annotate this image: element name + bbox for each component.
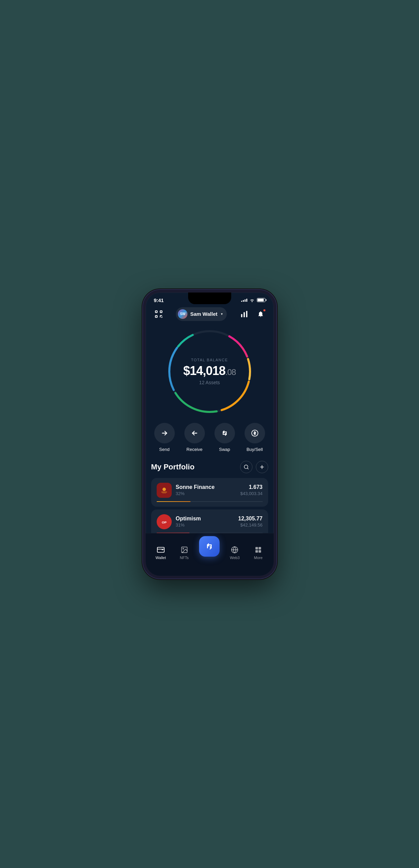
nav-more[interactable]: More (250, 545, 267, 560)
balance-circle: TOTAL BALANCE $14,018.08 12 Assets (165, 327, 254, 416)
receive-button[interactable]: Receive (184, 423, 205, 452)
svg-rect-27 (161, 492, 167, 492)
asset-card-sonne[interactable]: Sonne Finance 32% 1.673 $43,003.34 (151, 478, 268, 507)
signal-bars-icon (241, 299, 247, 302)
chart-button[interactable] (238, 308, 250, 320)
phone-frame: 9:41 (143, 290, 276, 579)
app-header: SW Sam Wallet ▾ (146, 305, 274, 324)
portfolio-actions (240, 461, 268, 473)
sonne-info: Sonne Finance 32% (176, 484, 236, 496)
web3-nav-label: Web3 (230, 556, 240, 560)
send-button[interactable]: Send (154, 423, 175, 452)
chevron-down-icon: ▾ (221, 312, 223, 316)
optimism-name: Optimism (176, 516, 234, 522)
optimism-info: Optimism 31% (176, 516, 234, 528)
nav-center[interactable] (199, 536, 220, 563)
receive-label: Receive (186, 447, 202, 452)
notification-button[interactable] (254, 308, 267, 320)
wallet-selector[interactable]: SW Sam Wallet ▾ (176, 307, 226, 321)
optimism-amount: 12,305.77 (238, 516, 262, 522)
balance-info: TOTAL BALANCE $14,018.08 12 Assets (179, 358, 240, 385)
optimism-percent: 31% (176, 522, 234, 528)
more-nav-label: More (254, 556, 263, 560)
nfts-icon (180, 545, 189, 554)
send-label: Send (159, 447, 169, 452)
nfts-nav-label: NFTs (180, 556, 189, 560)
svg-rect-40 (259, 550, 261, 552)
notch (188, 293, 231, 304)
svg-rect-37 (256, 547, 258, 549)
portfolio-title: My Portfolio (151, 463, 195, 471)
svg-rect-8 (244, 312, 245, 317)
header-right (238, 308, 267, 320)
balance-cents: .08 (225, 367, 236, 377)
optimism-icon: OP (157, 514, 172, 529)
svg-rect-31 (157, 547, 164, 552)
action-buttons: Send Receive Swap (146, 416, 274, 455)
portfolio-section: My Portfolio (146, 455, 274, 533)
svg-rect-9 (246, 311, 247, 317)
svg-rect-2 (155, 315, 157, 317)
portfolio-header: My Portfolio (151, 461, 268, 473)
sonne-values: 1.673 $43,003.34 (240, 484, 262, 496)
svg-line-22 (247, 468, 248, 469)
balance-label: TOTAL BALANCE (179, 358, 240, 362)
nav-nfts[interactable]: NFTs (176, 545, 193, 560)
sonne-icon (157, 483, 172, 498)
status-time: 9:41 (154, 297, 164, 303)
svg-point-26 (162, 488, 166, 491)
svg-rect-0 (155, 311, 157, 312)
wallet-icon (156, 545, 165, 554)
center-action-button[interactable] (199, 536, 220, 557)
scan-button[interactable] (153, 308, 165, 320)
wallet-name: Sam Wallet (190, 311, 217, 317)
svg-rect-39 (256, 550, 258, 552)
svg-rect-38 (259, 547, 261, 549)
sonne-percent: 32% (176, 491, 236, 496)
swap-label: Swap (219, 447, 230, 452)
status-icons (241, 298, 265, 302)
balance-section: TOTAL BALANCE $14,018.08 12 Assets (146, 324, 274, 416)
optimism-values: 12,305.77 $42,149.56 (238, 516, 262, 528)
nav-web3[interactable]: Web3 (226, 545, 243, 560)
svg-rect-7 (241, 314, 242, 317)
wifi-icon (249, 298, 255, 302)
nav-wallet[interactable]: Wallet (152, 545, 169, 560)
sonne-usd: $43,003.34 (240, 491, 262, 496)
balance-amount: $14,018.08 (179, 365, 240, 377)
buysell-button[interactable]: Buy/Sell (245, 423, 265, 452)
portfolio-add-button[interactable] (256, 461, 268, 473)
wallet-avatar: SW (178, 309, 187, 319)
asset-card-optimism[interactable]: OP Optimism 31% 12,305.77 $42,149.56 (151, 509, 268, 533)
sonne-amount: 1.673 (240, 484, 262, 490)
svg-text:OP: OP (161, 520, 167, 524)
sonne-progress-fill (157, 501, 191, 502)
notification-badge (263, 309, 266, 312)
sonne-progress-bar (157, 501, 263, 502)
portfolio-search-button[interactable] (240, 461, 252, 473)
sonne-name: Sonne Finance (176, 484, 236, 490)
svg-rect-28 (162, 493, 166, 493)
battery-icon (257, 298, 265, 302)
balance-assets: 12 Assets (179, 380, 240, 385)
wallet-nav-label: Wallet (156, 556, 166, 560)
svg-point-33 (183, 548, 184, 549)
svg-rect-1 (160, 311, 162, 312)
buysell-label: Buy/Sell (247, 447, 263, 452)
bottom-nav: Wallet NFTs (146, 533, 274, 576)
web3-icon (230, 545, 239, 554)
swap-button[interactable]: Swap (214, 423, 235, 452)
optimism-usd: $42,149.56 (238, 522, 262, 528)
more-icon (254, 545, 263, 554)
